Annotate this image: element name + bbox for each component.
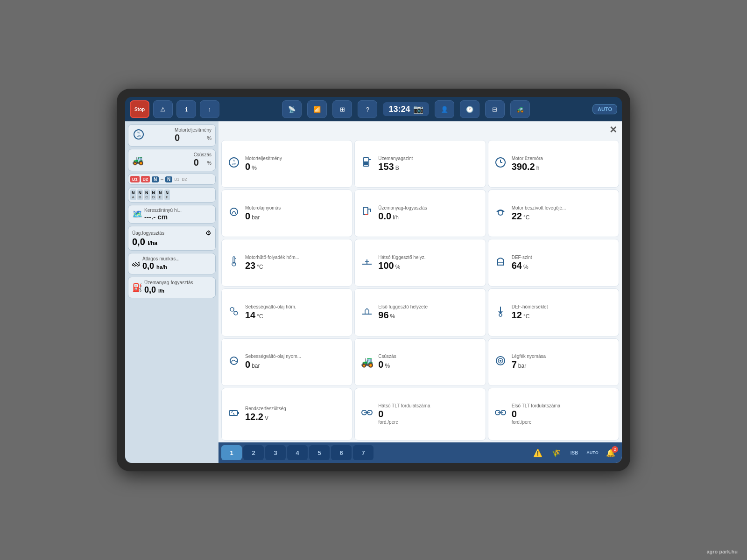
card-motor-uzemora[interactable]: Motor üzemóra 390.2h (488, 140, 619, 188)
air-intake-icon (493, 205, 508, 221)
tab-2[interactable]: 2 (243, 445, 264, 460)
wifi-icon: 📶 (307, 100, 327, 118)
tab-3[interactable]: 3 (265, 445, 286, 460)
keresztiranyu-title: Keresztirányú hi... (144, 208, 182, 213)
svg-point-27 (230, 357, 238, 364)
arrow-up-button[interactable]: ↑ (200, 100, 219, 118)
tab-6[interactable]: 6 (331, 445, 352, 460)
settings-icon[interactable]: ⚙ (205, 229, 211, 237)
sidebar-uag: Üag.fogyasztás ⚙ 0,0 l/ha (128, 226, 216, 251)
warning-button[interactable]: ⚠ (153, 100, 173, 118)
card-csuszas2[interactable]: 🚜 Csúszás 0% (354, 338, 486, 386)
card-def-szint[interactable]: DEF-szint 64% (488, 239, 619, 287)
fuel-consumption-icon (359, 205, 374, 221)
info-button[interactable]: ℹ (176, 100, 196, 118)
card-hatso-tlt[interactable]: Hátsó TLT fordulatszáma 0 ford./perc (354, 388, 486, 441)
card-motorolajnyomas-value: 0 (245, 211, 250, 221)
csuszas-title: Csúszás (194, 152, 211, 157)
card-uzemanyagszint[interactable]: Üzemanyagszint 153B (354, 140, 486, 188)
card-hatso-fuggeszt-value: 100 (378, 260, 394, 271)
card-elso-fuggeszt[interactable]: Első függesztő helyzete 96% (354, 288, 486, 336)
time-display: 13:24 📷 (383, 102, 429, 116)
svg-text:%: % (137, 131, 140, 134)
card-elso-tlt-unit-text: ford./perc (512, 420, 614, 425)
card-sebessegvalto-nyom[interactable]: Sebességváltó-olaj nyom... 0bar (221, 338, 352, 386)
warning-tab-icon[interactable]: ⚠️ (529, 445, 546, 460)
card-rendszerfeszultseg[interactable]: Rendszerfeszültség 12.2V (221, 388, 352, 441)
card-legfek[interactable]: Légfék nyomása 7bar (488, 338, 619, 386)
card-motorteljesitmeny-label: Motorteljesítmény (245, 156, 347, 161)
card-def-homerseklet[interactable]: DEF-hőmérséklet 12°C (488, 288, 619, 336)
tab-5[interactable]: 5 (309, 445, 330, 460)
card-motor-uzemora-label: Motor üzemóra (512, 156, 614, 161)
tab-4[interactable]: 4 (287, 445, 308, 460)
gear-a: NA (130, 189, 136, 200)
card-hatso-fuggeszt-label: Hátsó függesztő helyz. (378, 255, 480, 260)
csuszas-unit: % (207, 160, 211, 166)
bottom-tabs: 1 2 3 4 5 6 7 ⚠️ 🌾 ISB AUTO (218, 442, 622, 463)
auto-button[interactable]: AUTO (592, 104, 617, 114)
card-csuszas2-unit: % (385, 363, 390, 369)
auto-tab-icon[interactable]: AUTO (584, 445, 601, 460)
card-def-szint-label: DEF-szint (512, 255, 614, 260)
bell-tab-icon[interactable]: 🔔 2 (602, 445, 619, 460)
help-button[interactable]: ? (358, 100, 377, 118)
card-hatso-fuggeszt[interactable]: Hátsó függesztő helyz. 100% (354, 239, 486, 287)
card-motorolajnyomas-label: Motorolajnyomás (245, 205, 347, 211)
user-button[interactable]: 👤 (435, 100, 454, 118)
svg-text:kW: kW (232, 163, 236, 166)
card-motorhuto-label: Motorhűtő-folyadék hőm... (245, 255, 347, 260)
layout-button[interactable]: ⊟ (485, 100, 505, 118)
engine-perf-icon: %kW (226, 156, 241, 172)
grid-icon[interactable]: ⊞ (332, 100, 352, 118)
stop-button[interactable]: Stop (130, 100, 149, 118)
tab-7[interactable]: 7 (353, 445, 374, 460)
def-level-icon (493, 255, 508, 271)
card-sebessegvalto-hom-unit: °C (257, 313, 263, 320)
motorteljesitmeny-title: Motorteljesítmény (175, 127, 211, 133)
rear-hitch-icon (359, 255, 374, 271)
card-csuszas2-label: Csúszás (378, 354, 480, 359)
uag-title: Üag.fogyasztás (132, 231, 164, 236)
card-motor-beszivott[interactable]: Motor beszívott levegőjé... 22°C (488, 189, 619, 237)
sidebar-keresztiranyu: 🗺️ Keresztirányú hi... ---.- cm (128, 205, 216, 224)
gearbox-pressure-icon (226, 354, 241, 370)
tractor-icon[interactable]: 🚜 (510, 100, 530, 118)
card-motorhuto[interactable]: Motorhűtő-folyadék hőm... 23°C (221, 239, 352, 287)
card-motorhuto-unit: °C (257, 264, 263, 270)
card-uzemanyag-fogyasztas2-unit: l/h (393, 214, 399, 221)
device-frame: Stop ⚠ ℹ ↑ 📡 📶 ⊞ ? 13:24 📷 👤 🕐 ⊟ 🚜 AUTO (117, 89, 630, 471)
card-uzemanyagszint-unit: B (395, 165, 399, 171)
csuszas-value: 0 (194, 157, 199, 168)
satellite-icon: 📡 (282, 100, 302, 118)
gear-c: NC (144, 189, 150, 200)
card-sebessegvalto-nyom-label: Sebességváltó-olaj nyom... (245, 354, 347, 359)
card-motorolajnyomas-unit: bar (252, 214, 260, 221)
uzemanyag-title: Üzemanyag-fogyasztás (144, 280, 193, 285)
card-sebessegvalto-hom-label: Sebességváltó-olaj hőm. (245, 304, 347, 310)
n2-badge: N (165, 176, 172, 182)
isb-tab-icon[interactable]: ISB (566, 445, 583, 460)
card-def-szint-value: 64 (512, 260, 522, 271)
brake-pressure-icon (493, 354, 508, 370)
front-hitch-icon (359, 305, 374, 321)
motorteljesitmeny-unit: % (207, 135, 211, 141)
battery-icon (226, 406, 241, 422)
tab-1[interactable]: 1 (221, 445, 242, 460)
card-elso-tlt-value: 0 (512, 409, 517, 419)
svg-point-30 (500, 360, 501, 362)
data-grid: %kW Motorteljesítmény 0% Üzemanyagszint (218, 138, 622, 442)
card-uzemanyag-fogyasztas2-label: Üzemanyag-fogyasztás (378, 205, 480, 211)
card-legfek-label: Légfék nyomása (512, 354, 614, 359)
card-motorteljesitmeny[interactable]: %kW Motorteljesítmény 0% (221, 140, 352, 188)
close-button[interactable]: ✕ (609, 124, 617, 135)
card-sebessegvalto-hom[interactable]: Sebességváltó-olaj hőm. 14°C (221, 288, 352, 336)
field-tab-icon[interactable]: 🌾 (548, 445, 564, 460)
card-uzemanyag-fogyasztas2[interactable]: Üzemanyag-fogyasztás 0.0l/h (354, 189, 486, 237)
card-def-szint-unit: % (523, 264, 529, 270)
speedometer-icon[interactable]: 🕐 (460, 100, 479, 118)
card-elso-tlt[interactable]: Első TLT fordulatszáma 0 ford./perc (488, 388, 619, 441)
card-motorolajnyomas[interactable]: Motorolajnyomás 0bar (221, 189, 352, 237)
svg-point-17 (232, 262, 236, 266)
card-uzemanyagszint-label: Üzemanyagszint (378, 156, 480, 161)
